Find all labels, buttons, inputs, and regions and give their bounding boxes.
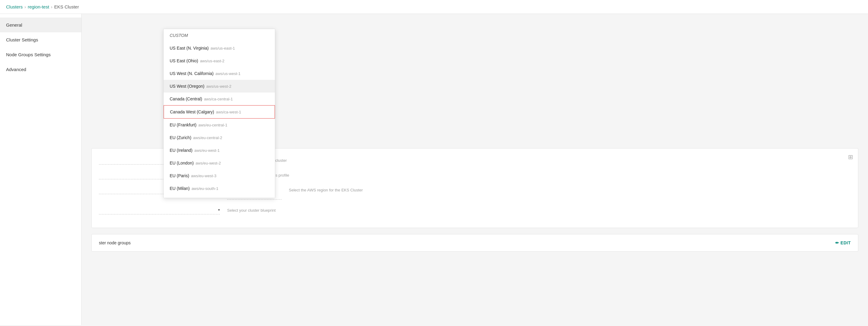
edit-icon: ✏: [835, 240, 839, 245]
breadcrumb-sep-1: ›: [25, 4, 26, 9]
blueprint-row: ▾ Select your cluster blueprint: [99, 206, 851, 215]
dropdown-item-name: US East (Ohio): [170, 58, 198, 63]
grid-icon[interactable]: ⊞: [848, 153, 853, 161]
dropdown-item-name: EU (Paris): [170, 173, 189, 178]
dropdown-item-code: aws/eu-west-3: [191, 173, 217, 178]
breadcrumb-page: EKS Cluster: [54, 4, 79, 9]
dropdown-item-name: EU (Zurich): [170, 135, 191, 140]
dropdown-item-code: aws/eu-south-1: [191, 186, 218, 191]
main-layout: General Cluster Settings Node Groups Set…: [0, 14, 868, 325]
breadcrumb: Clusters › region-test › EKS Cluster: [0, 0, 868, 14]
content-area: CUSTOM US East (N. Virginia) aws/us-east…: [82, 14, 868, 325]
dropdown-item[interactable]: US West (N. California) aws/us-west-1: [164, 67, 275, 80]
dropdown-custom-option[interactable]: CUSTOM: [164, 29, 275, 42]
breadcrumb-region[interactable]: region-test: [28, 4, 49, 9]
dropdown-item[interactable]: Canada West (Calgary) aws/ca-west-1: [164, 105, 275, 119]
dropdown-item[interactable]: EU (Frankfurt) aws/eu-central-1: [164, 119, 275, 131]
dropdown-item-code: aws/us-west-1: [215, 71, 241, 76]
dropdown-item-code: aws/ca-west-1: [216, 110, 241, 114]
blueprint-field: ▾: [99, 206, 220, 215]
sidebar: General Cluster Settings Node Groups Set…: [0, 14, 82, 325]
sidebar-item-general[interactable]: General: [0, 18, 81, 32]
dropdown-item-name: US West (N. California): [170, 71, 214, 76]
dropdown-item-name: EU (London): [170, 161, 193, 165]
dropdown-item-name: US West (Oregon): [170, 84, 205, 89]
edit-button-label: EDIT: [840, 240, 851, 245]
dropdown-item[interactable]: EU (Spain) aws/eu-south-2: [164, 195, 275, 198]
dropdown-item[interactable]: EU (Zurich) aws/eu-central-2: [164, 131, 275, 144]
dropdown-item-name: EU (Ireland): [170, 148, 192, 153]
dropdown-item-code: aws/eu-central-1: [198, 123, 227, 127]
dropdown-item-name: EU (Milan): [170, 186, 190, 191]
dropdown-item-code: aws/eu-west-1: [194, 148, 220, 153]
dropdown-item-code: aws/us-east-1: [211, 46, 235, 51]
dropdown-item-name: Canada (Central): [170, 96, 202, 101]
edit-button[interactable]: ✏ EDIT: [835, 240, 851, 245]
node-groups-text: ster node groups: [99, 240, 131, 245]
blueprint-select[interactable]: [99, 207, 218, 212]
dropdown-item[interactable]: EU (Paris) aws/eu-west-3: [164, 169, 275, 182]
sidebar-item-node-groups-settings[interactable]: Node Groups Settings: [0, 47, 81, 62]
breadcrumb-sep-2: ›: [51, 4, 53, 9]
dropdown-item[interactable]: EU (London) aws/eu-west-2: [164, 157, 275, 169]
dropdown-item[interactable]: US East (Ohio) aws/us-east-2: [164, 55, 275, 67]
dropdown-item-code: aws/eu-central-2: [193, 135, 222, 140]
dropdown-item-code: aws/eu-west-2: [195, 161, 221, 165]
sidebar-item-general-label: General: [6, 22, 22, 28]
credentials-hint: Select your cloud credentials profile: [227, 170, 851, 177]
dropdown-item-name: US East (N. Virginia): [170, 46, 209, 51]
dropdown-item-name: Canada West (Calgary): [170, 109, 214, 114]
blueprint-hint: Select your cluster blueprint: [227, 206, 851, 213]
sidebar-item-advanced[interactable]: Advanced: [0, 62, 81, 77]
dropdown-item[interactable]: EU (Milan) aws/eu-south-1: [164, 182, 275, 195]
dropdown-item[interactable]: EU (Ireland) aws/eu-west-1: [164, 144, 275, 157]
sidebar-item-cluster-settings[interactable]: Cluster Settings: [0, 32, 81, 47]
region-dropdown-menu[interactable]: CUSTOM US East (N. Virginia) aws/us-east…: [163, 29, 275, 198]
blueprint-dropdown-arrow[interactable]: ▾: [218, 208, 220, 212]
sidebar-item-advanced-label: Advanced: [6, 67, 26, 72]
sidebar-item-node-groups-label: Node Groups Settings: [6, 52, 51, 57]
sidebar-item-cluster-settings-label: Cluster Settings: [6, 37, 38, 42]
breadcrumb-clusters[interactable]: Clusters: [6, 4, 23, 9]
dropdown-item[interactable]: US East (N. Virginia) aws/us-east-1: [164, 42, 275, 55]
dropdown-item[interactable]: US West (Oregon) aws/us-west-2: [164, 80, 275, 93]
dropdown-item-code: aws/us-east-2: [200, 59, 224, 63]
dropdown-item-code: aws/ca-central-1: [204, 97, 232, 101]
aws-region-hint: Select the AWS region for the EKS Cluste…: [289, 185, 851, 192]
dropdown-item[interactable]: Canada (Central) aws/ca-central-1: [164, 93, 275, 105]
cluster-name-hint: Enter a name for your EKS cluster: [227, 156, 851, 163]
dropdown-item-code: aws/us-west-2: [206, 84, 231, 89]
bottom-section: ster node groups ✏ EDIT: [91, 234, 858, 252]
dropdown-item-name: EU (Frankfurt): [170, 123, 196, 127]
